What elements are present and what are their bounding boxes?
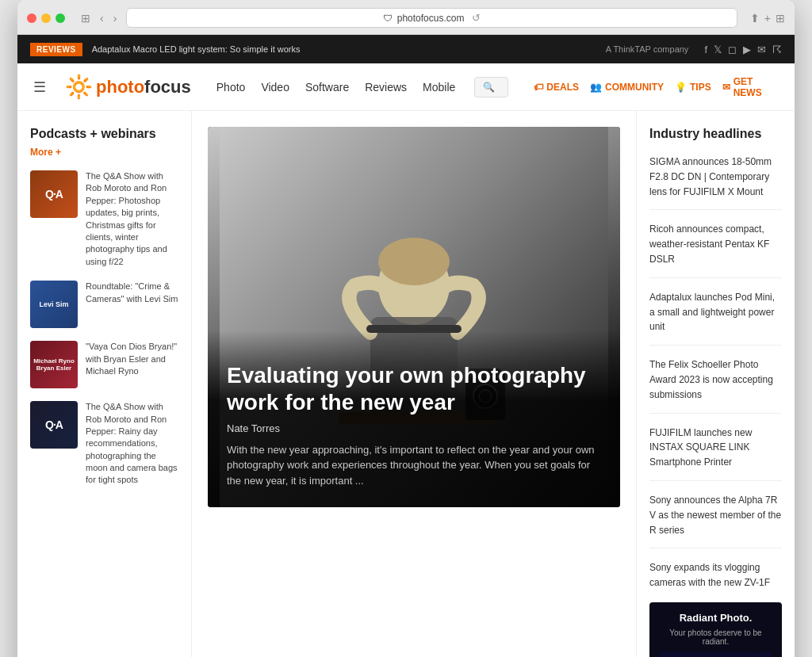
sidebar-more[interactable]: More + bbox=[30, 147, 61, 158]
top-bar-left: REVIEWS Adaptalux Macro LED light system… bbox=[30, 43, 301, 56]
headline-5[interactable]: FUJIFILM launches new INSTAX SQUARE LINK… bbox=[649, 427, 752, 468]
left-sidebar: Podcasts + webinars More + Q·A The Q&A S… bbox=[17, 111, 192, 657]
deals-icon: 🏷 bbox=[534, 82, 543, 93]
site-wrapper: REVIEWS Adaptalux Macro LED light system… bbox=[17, 35, 795, 657]
podcast-bryan-badge: Michael Ryno Bryan Esler bbox=[30, 341, 78, 388]
list-item[interactable]: Levi Sim Roundtable: "Crime & Cameras" w… bbox=[30, 281, 178, 328]
divider bbox=[649, 345, 782, 346]
email-icon[interactable]: ✉ bbox=[757, 44, 766, 55]
rss-icon[interactable]: ☈ bbox=[772, 44, 782, 55]
reviews-badge[interactable]: REVIEWS bbox=[30, 43, 82, 56]
main-content: Evaluating your own photography work for… bbox=[192, 111, 636, 657]
podcast-thumb-2: Levi Sim bbox=[30, 281, 78, 328]
list-item[interactable]: Q·A The Q&A Show with Rob Moroto and Ron… bbox=[30, 401, 178, 487]
traffic-lights bbox=[27, 13, 65, 23]
headline-3[interactable]: Adaptalux launches Pod Mini, a small and… bbox=[649, 292, 775, 333]
headline-1[interactable]: SIGMA announces 18-50mm F2.8 DC DN | Con… bbox=[649, 156, 772, 197]
list-item[interactable]: Sony expands its vlogging cameras with t… bbox=[649, 560, 782, 590]
browser-window: ⊞ ‹ › 🛡 photofocus.com ↺ ⬆ + ⊞ REVIEWS A… bbox=[17, 0, 795, 657]
industry-title: Industry headlines bbox=[649, 127, 782, 141]
list-item[interactable]: Q·A The Q&A Show with Rob Moroto and Ron… bbox=[30, 170, 178, 268]
podcast-text-4: The Q&A Show with Rob Moroto and Ron Pep… bbox=[86, 401, 178, 487]
podcast-qa-badge-2: Q·A bbox=[30, 401, 78, 449]
nav-reviews[interactable]: Reviews bbox=[365, 81, 407, 94]
content-area: Podcasts + webinars More + Q·A The Q&A S… bbox=[17, 111, 795, 657]
list-item[interactable]: Ricoh announces compact, weather-resista… bbox=[649, 221, 782, 265]
ad-visual bbox=[659, 652, 772, 657]
share-button[interactable]: ⬆ bbox=[750, 12, 760, 25]
sidebar-title: Podcasts + webinars bbox=[30, 127, 178, 141]
divider bbox=[649, 277, 782, 278]
podcast-qa-badge-1: Q·A bbox=[30, 170, 78, 218]
nav-video[interactable]: Video bbox=[261, 81, 289, 94]
thinktap-label: A ThinkTAP company bbox=[606, 44, 689, 54]
podcast-text-2: Roundtable: "Crime & Cameras" with Levi … bbox=[86, 281, 178, 328]
hero-overlay: Evaluating your own photography work for… bbox=[208, 330, 620, 507]
browser-actions: ⬆ + ⊞ bbox=[750, 12, 785, 25]
deals-label: DEALS bbox=[546, 82, 579, 93]
right-sidebar: Industry headlines SIGMA announces 18-50… bbox=[636, 111, 795, 657]
podcast-thumb-3: Michael Ryno Bryan Esler bbox=[30, 341, 78, 388]
back-button[interactable]: ‹ bbox=[97, 10, 107, 26]
new-tab-button[interactable]: + bbox=[764, 12, 771, 25]
list-item[interactable]: Adaptalux launches Pod Mini, a small and… bbox=[649, 289, 782, 334]
community-icon: 👥 bbox=[590, 82, 602, 93]
divider bbox=[649, 548, 782, 548]
list-item[interactable]: Sony announces the Alpha 7R V as the new… bbox=[649, 492, 782, 537]
twitter-icon[interactable]: 𝕏 bbox=[714, 44, 722, 55]
url-text: photofocus.com bbox=[397, 13, 465, 24]
divider bbox=[649, 413, 782, 414]
podcast-thumb-4: Q·A bbox=[30, 401, 78, 449]
nav-photo[interactable]: Photo bbox=[216, 81, 246, 94]
list-item[interactable]: The Felix Schoeller Photo Award 2023 is … bbox=[649, 357, 782, 401]
forward-button[interactable]: › bbox=[110, 10, 121, 26]
headline-4[interactable]: The Felix Schoeller Photo Award 2023 is … bbox=[649, 359, 773, 400]
hero-card[interactable]: Evaluating your own photography work for… bbox=[208, 127, 620, 507]
browser-titlebar: ⊞ ‹ › 🛡 photofocus.com ↺ ⬆ + ⊞ bbox=[17, 0, 795, 35]
window-grid-button[interactable]: ⊞ bbox=[78, 10, 94, 26]
getnews-icon: ✉ bbox=[722, 82, 730, 93]
nav-mobile[interactable]: Mobile bbox=[423, 81, 455, 94]
youtube-icon[interactable]: ▶ bbox=[743, 44, 751, 55]
grid-view-button[interactable]: ⊞ bbox=[776, 12, 785, 25]
ad-title: Radiant Photo. bbox=[659, 612, 772, 625]
community-link[interactable]: 👥 COMMUNITY bbox=[590, 82, 664, 93]
list-item[interactable]: FUJIFILM launches new INSTAX SQUARE LINK… bbox=[649, 425, 782, 469]
search-bar[interactable]: 🔍 bbox=[474, 77, 508, 97]
maximize-button[interactable] bbox=[56, 13, 65, 23]
headline-6[interactable]: Sony announces the Alpha 7R V as the new… bbox=[649, 495, 781, 536]
tips-link[interactable]: 💡 TIPS bbox=[675, 82, 711, 93]
ad-banner[interactable]: Radiant Photo. Your photos deserve to be… bbox=[649, 602, 782, 657]
deals-link[interactable]: 🏷 DEALS bbox=[534, 82, 579, 93]
divider bbox=[649, 209, 782, 210]
podcast-text-3: "Vaya Con Dios Bryan!" with Bryan Esler … bbox=[86, 341, 178, 388]
address-bar[interactable]: 🛡 photofocus.com ↺ bbox=[126, 8, 737, 28]
nav-software[interactable]: Software bbox=[305, 81, 349, 94]
list-item[interactable]: Michael Ryno Bryan Esler "Vaya Con Dios … bbox=[30, 341, 178, 388]
ad-subtitle: Your photos deserve to be radiant. bbox=[659, 628, 772, 646]
social-icons: f 𝕏 ◻ ▶ ✉ ☈ bbox=[704, 44, 782, 55]
getnews-link[interactable]: ✉ GET NEWS bbox=[722, 76, 779, 98]
getnews-label: GET NEWS bbox=[733, 76, 779, 98]
headline-7[interactable]: Sony expands its vlogging cameras with t… bbox=[649, 562, 770, 588]
top-bar: REVIEWS Adaptalux Macro LED light system… bbox=[17, 35, 795, 63]
reload-icon[interactable]: ↺ bbox=[472, 12, 481, 24]
hero-author: Nate Torres bbox=[227, 422, 601, 434]
browser-controls: ⊞ ‹ › bbox=[78, 10, 120, 26]
list-item[interactable]: SIGMA announces 18-50mm F2.8 DC DN | Con… bbox=[649, 154, 782, 198]
headline-2[interactable]: Ricoh announces compact, weather-resista… bbox=[649, 223, 769, 265]
community-label: COMMUNITY bbox=[605, 82, 664, 93]
logo[interactable]: 🔆 photofocus bbox=[65, 74, 191, 100]
top-bar-headline: Adaptalux Macro LED light system: So sim… bbox=[92, 44, 301, 54]
top-bar-right: A ThinkTAP company f 𝕏 ◻ ▶ ✉ ☈ bbox=[606, 44, 782, 55]
instagram-icon[interactable]: ◻ bbox=[728, 44, 737, 55]
hero-title: Evaluating your own photography work for… bbox=[227, 362, 601, 415]
svg-point-3 bbox=[378, 238, 450, 285]
minimize-button[interactable] bbox=[41, 13, 51, 23]
facebook-icon[interactable]: f bbox=[704, 44, 707, 55]
logo-icon: 🔆 bbox=[65, 74, 93, 100]
nav-actions: 🏷 DEALS 👥 COMMUNITY 💡 TIPS ✉ GET NEWS bbox=[534, 76, 779, 98]
close-button[interactable] bbox=[27, 13, 36, 23]
main-nav: ☰ 🔆 photofocus Photo Video Software Revi… bbox=[17, 63, 795, 111]
hamburger-menu[interactable]: ☰ bbox=[33, 78, 46, 96]
